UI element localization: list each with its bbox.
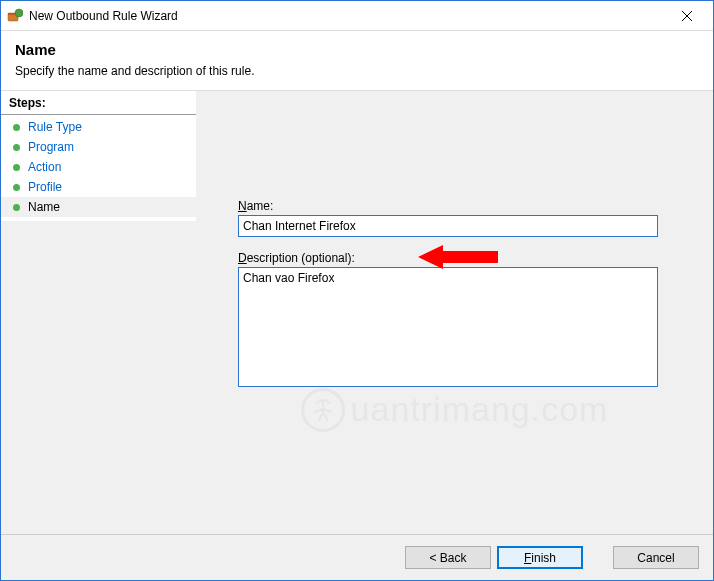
name-field-group: Name: — [238, 199, 683, 237]
wizard-window: New Outbound Rule Wizard Name Specify th… — [0, 0, 714, 581]
wizard-header: Name Specify the name and description of… — [1, 31, 713, 90]
step-label: Name — [28, 200, 60, 214]
svg-marker-6 — [418, 245, 498, 269]
wizard-body: Steps: Rule Type Program Action Profile … — [1, 90, 713, 534]
step-label: Action — [28, 160, 61, 174]
step-rule-type[interactable]: Rule Type — [1, 117, 196, 137]
close-icon — [682, 11, 692, 21]
app-icon — [7, 8, 23, 24]
cancel-button[interactable]: Cancel — [613, 546, 699, 569]
svg-point-2 — [15, 9, 23, 17]
page-title: Name — [15, 41, 699, 58]
bullet-icon — [13, 184, 20, 191]
page-subtitle: Specify the name and description of this… — [15, 64, 699, 78]
step-program[interactable]: Program — [1, 137, 196, 157]
description-input[interactable] — [238, 267, 658, 387]
name-input[interactable] — [238, 215, 658, 237]
titlebar: New Outbound Rule Wizard — [1, 1, 713, 31]
step-label: Rule Type — [28, 120, 82, 134]
name-label: Name: — [238, 199, 683, 213]
step-label: Program — [28, 140, 74, 154]
step-name[interactable]: Name — [1, 197, 196, 217]
steps-sidebar: Steps: Rule Type Program Action Profile … — [1, 91, 196, 534]
bullet-icon — [13, 164, 20, 171]
step-label: Profile — [28, 180, 62, 194]
close-button[interactable] — [667, 2, 707, 30]
finish-button[interactable]: Finish — [497, 546, 583, 569]
step-profile[interactable]: Profile — [1, 177, 196, 197]
bullet-icon — [13, 144, 20, 151]
bullet-icon — [13, 124, 20, 131]
steps-header: Steps: — [1, 91, 196, 115]
step-action[interactable]: Action — [1, 157, 196, 177]
form-area: Name: Description (optional): — [238, 199, 683, 404]
back-button[interactable]: < Back — [405, 546, 491, 569]
sidebar-fill — [1, 221, 196, 534]
wizard-footer: < Back Finish Cancel — [1, 534, 713, 580]
annotation-arrow-icon — [418, 243, 498, 271]
svg-point-5 — [320, 407, 325, 412]
bullet-icon — [13, 204, 20, 211]
description-field-group: Description (optional): — [238, 251, 683, 390]
main-panel: uantrimang.com Name: Description (option… — [196, 91, 713, 534]
window-title: New Outbound Rule Wizard — [29, 9, 178, 23]
